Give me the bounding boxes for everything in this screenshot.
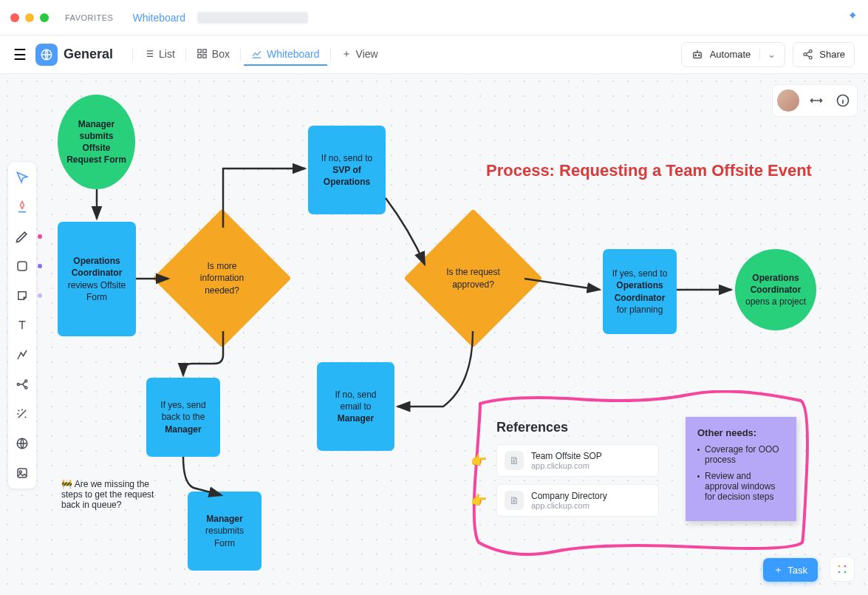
share-button[interactable]: Share bbox=[793, 42, 855, 67]
space-icon[interactable] bbox=[35, 44, 58, 66]
sticky-item: Coverage for OOO process bbox=[697, 444, 785, 465]
node-review-text: Operations Coordinator reviews Offsite F… bbox=[65, 255, 129, 303]
node-back-to-manager[interactable]: If yes, send back to the Manager bbox=[146, 378, 220, 457]
user-avatar[interactable] bbox=[777, 89, 799, 112]
info-icon[interactable] bbox=[833, 91, 852, 110]
svg-rect-16 bbox=[18, 469, 27, 477]
sticky-note[interactable]: Other needs: Coverage for OOO process Re… bbox=[686, 417, 796, 521]
svg-point-7 bbox=[698, 55, 700, 56]
node-start-text: Manager submits Offsite Request Form bbox=[65, 118, 128, 166]
svg-point-10 bbox=[810, 56, 813, 59]
plus-icon: ＋ bbox=[341, 47, 352, 61]
sticky-item: Review and approval windows for decision… bbox=[697, 471, 785, 502]
robot-icon bbox=[691, 48, 704, 61]
process-title[interactable]: Process: Requesting a Team Offsite Event bbox=[486, 161, 812, 180]
box-icon bbox=[197, 48, 208, 59]
share-icon bbox=[802, 49, 813, 60]
tool-sticky[interactable] bbox=[13, 286, 32, 305]
references-group[interactable]: References 👉 🗎 Team Offsite SOP app.clic… bbox=[467, 390, 814, 556]
favorites-label: FAVORITES bbox=[65, 13, 113, 22]
breadcrumb-redacted bbox=[197, 12, 308, 24]
node-resubmit-text: Manager resubmits Form bbox=[195, 513, 254, 549]
tab-whiteboard[interactable]: Whiteboard bbox=[244, 44, 327, 66]
svg-point-13 bbox=[25, 380, 27, 382]
tab-list[interactable]: List bbox=[136, 44, 182, 66]
fit-width-icon[interactable] bbox=[807, 91, 826, 110]
app-launcher-icon[interactable] bbox=[830, 557, 855, 582]
node-review[interactable]: Operations Coordinator reviews Offsite F… bbox=[58, 222, 136, 336]
tab-add-view-label: View bbox=[356, 48, 378, 60]
zoom-window-icon[interactable] bbox=[40, 13, 49, 22]
tool-mindmap[interactable] bbox=[13, 375, 32, 394]
tool-shape[interactable] bbox=[13, 256, 32, 276]
svg-point-22 bbox=[844, 571, 847, 574]
window-traffic-lights[interactable] bbox=[10, 13, 49, 22]
tab-box-label: Box bbox=[212, 48, 230, 60]
document-icon: 🗎 bbox=[505, 491, 524, 510]
new-task-label: Task bbox=[787, 565, 807, 576]
tool-image[interactable] bbox=[13, 463, 32, 483]
node-start[interactable]: Manager submits Offsite Request Form bbox=[58, 95, 135, 189]
node-svp[interactable]: If no, send to SVP of Operations bbox=[308, 126, 386, 214]
svg-point-9 bbox=[804, 53, 807, 56]
plus-icon: ＋ bbox=[773, 563, 783, 577]
node-back-to-manager-text: If yes, send back to the Manager bbox=[154, 399, 213, 435]
tool-pen[interactable] bbox=[13, 227, 32, 246]
svg-rect-3 bbox=[198, 55, 201, 58]
node-decision-approved-text: Is the request approved? bbox=[440, 266, 507, 290]
tool-connector[interactable] bbox=[13, 345, 32, 364]
node-decision-approved[interactable]: Is the request approved? bbox=[403, 208, 542, 347]
node-end[interactable]: Operations Coordinator opens a project bbox=[735, 249, 816, 330]
svg-point-8 bbox=[810, 50, 813, 52]
whiteboard-icon bbox=[251, 48, 262, 59]
reference-title: Company Directory bbox=[531, 491, 607, 501]
canvas-comment[interactable]: 🚧 Are we missing the steps to get the re… bbox=[61, 479, 161, 510]
view-header: ☰ General List Box Whiteboard ＋ View Aut… bbox=[0, 35, 868, 74]
breadcrumb-whiteboard[interactable]: Whiteboard bbox=[132, 12, 185, 24]
node-svp-text: If no, send to SVP of Operations bbox=[315, 152, 378, 188]
minimize-window-icon[interactable] bbox=[25, 13, 34, 22]
list-icon bbox=[143, 48, 154, 59]
svg-rect-2 bbox=[203, 50, 206, 52]
node-decision-info-text: Is more information needed? bbox=[189, 260, 256, 296]
pin-icon[interactable] bbox=[847, 11, 858, 24]
node-send-planning-text: If yes, send to Operations Coordinator f… bbox=[610, 268, 669, 316]
space-title[interactable]: General bbox=[64, 47, 113, 62]
pointing-hand-icon: 👉 bbox=[471, 452, 487, 469]
node-send-planning[interactable]: If yes, send to Operations Coordinator f… bbox=[603, 249, 677, 334]
reference-title: Team Offsite SOP bbox=[531, 451, 602, 461]
share-label: Share bbox=[819, 49, 845, 60]
window-titlebar: FAVORITES Whiteboard bbox=[0, 0, 868, 35]
tool-text[interactable] bbox=[13, 316, 32, 335]
reference-item[interactable]: 👉 🗎 Team Offsite SOP app.clickup.com bbox=[496, 444, 659, 477]
tab-whiteboard-label: Whiteboard bbox=[267, 48, 320, 60]
whiteboard-canvas[interactable]: Process: Requesting a Team Offsite Event… bbox=[0, 74, 868, 595]
automate-button[interactable]: Automate ⌄ bbox=[681, 42, 786, 67]
reference-item[interactable]: 👉 🗎 Company Directory app.clickup.com bbox=[496, 484, 659, 517]
node-resubmit[interactable]: Manager resubmits Form bbox=[188, 492, 262, 571]
document-icon: 🗎 bbox=[505, 451, 524, 470]
new-task-button[interactable]: ＋ Task bbox=[763, 558, 818, 582]
references-title: References bbox=[496, 420, 659, 435]
tool-shapes-ai[interactable] bbox=[13, 197, 32, 217]
svg-point-14 bbox=[25, 387, 27, 389]
chevron-down-icon[interactable]: ⌄ bbox=[759, 49, 776, 60]
svg-rect-11 bbox=[18, 262, 27, 271]
menu-icon[interactable]: ☰ bbox=[13, 46, 27, 64]
whiteboard-toolbar bbox=[7, 161, 37, 489]
tab-add-view[interactable]: ＋ View bbox=[334, 43, 386, 67]
tool-web[interactable] bbox=[13, 434, 32, 453]
tool-cursor[interactable] bbox=[13, 168, 32, 187]
svg-point-12 bbox=[17, 384, 19, 386]
svg-point-21 bbox=[838, 571, 841, 574]
svg-point-17 bbox=[19, 471, 21, 473]
sticky-title: Other needs: bbox=[697, 427, 785, 438]
reference-source: app.clickup.com bbox=[531, 501, 607, 510]
node-decision-info[interactable]: Is more information needed? bbox=[152, 208, 291, 347]
tool-magic[interactable] bbox=[13, 404, 32, 424]
canvas-top-controls bbox=[772, 84, 858, 117]
close-window-icon[interactable] bbox=[10, 13, 19, 22]
node-deny-email[interactable]: If no, send email to Manager bbox=[317, 362, 394, 451]
tab-box[interactable]: Box bbox=[189, 44, 237, 66]
node-deny-email-text: If no, send email to Manager bbox=[324, 389, 387, 425]
